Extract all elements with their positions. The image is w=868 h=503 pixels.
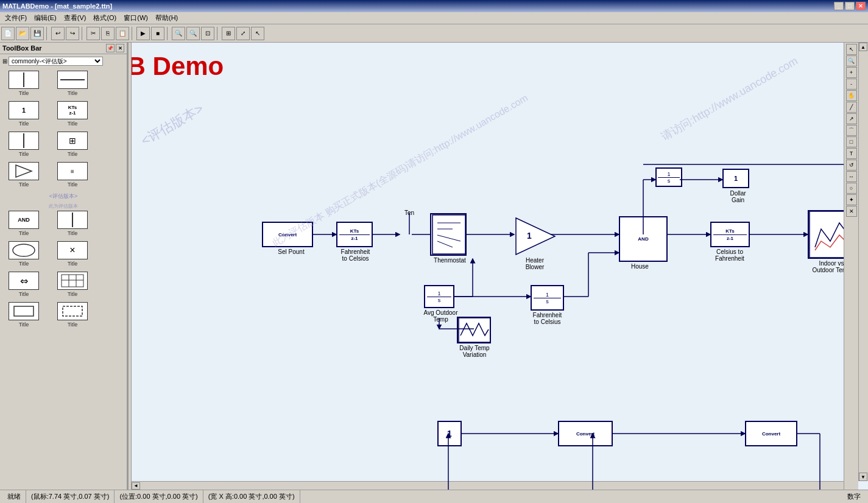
rt-text-btn[interactable]: T xyxy=(846,148,857,159)
toolbox-pin-button[interactable]: 📌 xyxy=(106,44,115,52)
toolbox-icon-line-v xyxy=(9,71,39,89)
sep3 xyxy=(132,27,134,40)
close-button[interactable]: ✕ xyxy=(856,2,866,10)
rt-hand-btn[interactable]: ✋ xyxy=(846,90,857,101)
status-size: (宽 X 高:0.00 英寸,0.00 英寸) xyxy=(203,490,300,503)
convert2-block[interactable]: Convert xyxy=(558,421,613,446)
select-button[interactable]: ↖ xyxy=(251,27,264,40)
connect-button[interactable]: ⤢ xyxy=(236,27,250,40)
toolbox-item-rect[interactable]: Title xyxy=(2,302,45,328)
toolbox-item-arrow[interactable]: ⇔ Title xyxy=(2,272,45,297)
right-tool-panel: ↖ 🔍 + - ✋ ╱ ↗ ⌒ □ T ↺ ↔ ○ ✦ ✕ xyxy=(844,43,858,490)
and-text: AND xyxy=(638,236,648,242)
toolbox-item-line-v2[interactable]: Title xyxy=(2,132,45,157)
heaterblower-block[interactable]: 1 xyxy=(514,216,557,256)
svg-rect-6 xyxy=(14,306,34,316)
toolbox-label-13: Title xyxy=(19,291,29,297)
maximize-button[interactable]: □ xyxy=(845,2,855,10)
toolbox-item-integrator[interactable]: 1 Title xyxy=(2,101,45,127)
rt-connect-btn[interactable]: ✦ xyxy=(846,194,857,205)
run-button[interactable]: ▶ xyxy=(136,27,150,40)
copy-button[interactable]: ⎘ xyxy=(101,27,115,40)
scroll-left-button[interactable]: ◄ xyxy=(132,482,140,490)
redo-button[interactable]: ↪ xyxy=(66,27,79,40)
menu-format[interactable]: 格式(O) xyxy=(90,12,120,24)
toolbox-item-dash[interactable]: Title xyxy=(51,302,94,328)
rt-select-btn[interactable]: ↖ xyxy=(846,44,857,55)
rt-rotate-btn[interactable]: ↺ xyxy=(846,160,857,171)
toolbox-item-triangle[interactable]: Title xyxy=(2,162,45,188)
toolbox-category-select[interactable]: commonly-<评估版> xyxy=(9,57,103,66)
dollargain-label: DollarGain xyxy=(721,190,755,203)
celstofahr-inner: KTs z-1 xyxy=(713,228,747,241)
rt-curve-btn[interactable]: ⌒ xyxy=(846,125,857,136)
menu-edit[interactable]: 编辑(E) xyxy=(30,12,60,24)
undo-button[interactable]: ↩ xyxy=(51,27,65,40)
menu-window[interactable]: 窗口(W) xyxy=(120,12,152,24)
rt-x-btn[interactable]: ✕ xyxy=(846,206,857,217)
window-controls[interactable]: _ □ ✕ xyxy=(834,2,866,10)
celstofahr-block[interactable]: KTs z-1 xyxy=(710,222,750,247)
rt-oval-btn[interactable]: ○ xyxy=(846,183,857,194)
menu-view[interactable]: 查看(V) xyxy=(60,12,90,24)
zoom-in-button[interactable]: 🔍 xyxy=(172,27,185,40)
toolbox-item-vline3[interactable]: Title xyxy=(51,211,94,236)
avgout-block[interactable]: 1 s xyxy=(424,285,454,308)
toolbox-item-and[interactable]: AND Title xyxy=(2,211,45,236)
fit-button[interactable]: ⊡ xyxy=(201,27,214,40)
vertical-scrollbar[interactable]: ▲ ▼ xyxy=(858,43,868,481)
toolbox-close-button[interactable]: ✕ xyxy=(116,44,124,52)
toolbox-item-line-v[interactable]: Title xyxy=(2,71,45,96)
open-button[interactable]: 📂 xyxy=(16,27,29,40)
const1-block[interactable]: 1 xyxy=(437,421,462,446)
rt-flip-btn[interactable]: ↔ xyxy=(846,171,857,182)
scroll-down-button[interactable]: ▼ xyxy=(859,473,867,481)
toolbox-icon-dash xyxy=(57,302,88,320)
paste-button[interactable]: 📋 xyxy=(116,27,129,40)
save-button[interactable]: 💾 xyxy=(30,27,44,40)
stop-button[interactable]: ■ xyxy=(151,27,164,40)
rt-zoom-btn[interactable]: 🔍 xyxy=(846,55,857,66)
minimize-button[interactable]: _ xyxy=(834,2,844,10)
new-button[interactable]: 📄 xyxy=(1,27,15,40)
toolbox-label-2: Title xyxy=(68,90,78,96)
convert1-text: Convert xyxy=(278,232,297,237)
avgout-inner: 1 s xyxy=(427,290,451,303)
toolbox-item-table[interactable]: ⊞ Title xyxy=(51,132,94,157)
dollargain-block[interactable]: 1 xyxy=(722,169,749,188)
canvas-area[interactable]: ▲ ▼ ↖ 🔍 + - ✋ ╱ ↗ ⌒ □ T ↺ ↔ ○ ✦ ✕ MATLAB… xyxy=(132,43,868,490)
rt-arrow-btn[interactable]: ↗ xyxy=(846,113,857,124)
rt-zoomout-btn[interactable]: - xyxy=(846,79,857,90)
fahrtocels1-block[interactable]: KTs z-1 xyxy=(336,222,373,247)
and-block[interactable]: AND xyxy=(619,216,668,262)
toolbox-dropdown-area[interactable]: ⊞ commonly-<评估版> xyxy=(2,57,124,66)
fahrtocels2-block[interactable]: 1 s xyxy=(531,285,564,311)
grid-button[interactable]: ⊞ xyxy=(222,27,235,40)
toolbox-grid-icon: ⊞ xyxy=(2,58,7,65)
toolbox-label-11: Title xyxy=(19,261,29,267)
status-mouse: (鼠标:7.74 英寸,0.07 英寸) xyxy=(26,490,115,503)
toolbox-item-list[interactable]: ≡ Title xyxy=(51,162,94,188)
toolbox-row-6: Title × Title xyxy=(2,241,124,267)
toolbox-item-times[interactable]: × Title xyxy=(51,241,94,267)
menu-file[interactable]: 文件(F) xyxy=(1,12,30,24)
rt-zoomin-btn[interactable]: + xyxy=(846,67,857,78)
horizontal-scrollbar[interactable]: ◄ ► xyxy=(132,481,858,490)
toolbox-item-kts[interactable]: KTsz-1 Title xyxy=(51,101,94,127)
rt-rect-btn[interactable]: □ xyxy=(846,136,857,147)
toolbox-row-3: Title ⊞ Title xyxy=(2,132,124,157)
rt-line-btn[interactable]: ╱ xyxy=(846,102,857,113)
scroll-up-button[interactable]: ▲ xyxy=(859,43,867,51)
menu-help[interactable]: 帮助(H) xyxy=(152,12,182,24)
thermostat-block[interactable] xyxy=(430,213,467,256)
convert1-block[interactable]: Convert xyxy=(262,222,313,247)
cut-button[interactable]: ✂ xyxy=(86,27,100,40)
dailytemp-block[interactable] xyxy=(457,317,491,343)
toolbox-item-oval[interactable]: Title xyxy=(2,241,45,267)
convert3-block[interactable]: Convert xyxy=(745,421,797,446)
toolbox-item-grid2[interactable]: Title xyxy=(51,272,94,297)
zoom-out-button[interactable]: 🔍 xyxy=(186,27,200,40)
toolbox-icon-and: AND xyxy=(9,211,39,229)
toolbox-item-line-h[interactable]: Title xyxy=(51,71,94,96)
integrator1-block[interactable]: 1 s xyxy=(655,167,682,187)
